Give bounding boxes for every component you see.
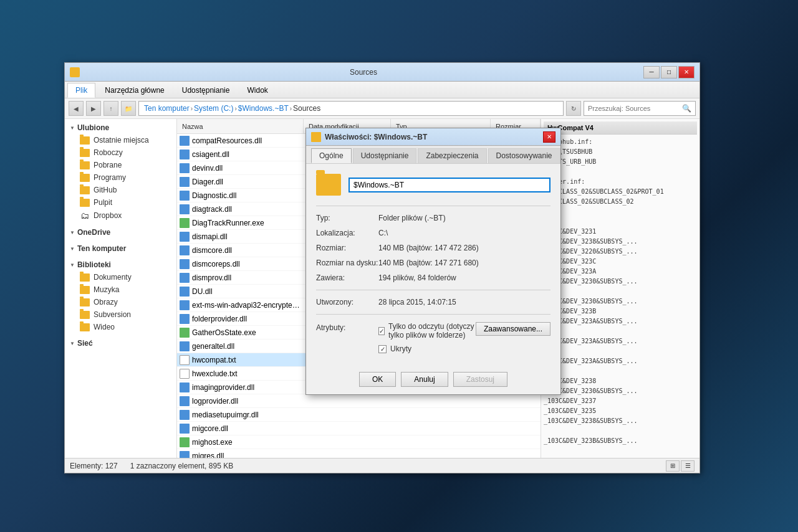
arrow-icon: ▼ (70, 262, 75, 268)
tab-narzedzia[interactable]: Narzędzia główne (97, 83, 172, 98)
file-name: dismcore.dll (177, 245, 304, 255)
folder-icon (80, 149, 90, 157)
maximize-button[interactable]: □ (661, 66, 677, 78)
forward-button[interactable]: ▶ (86, 101, 101, 116)
dialog-tab-zabezpieczenia[interactable]: Zabezpieczenia (418, 148, 486, 163)
dialog-location-label: Lokalizacja: (316, 229, 378, 237)
dialog-location-row: Lokalizacja: C:\ (316, 229, 550, 237)
sidebar-section-biblioteki[interactable]: ▼ Biblioteki (65, 259, 176, 271)
arrow-icon: ▼ (70, 230, 75, 235)
dialog-tab-udostepnianie[interactable]: Udostępnianie (353, 148, 417, 163)
breadcrumb-sources[interactable]: Sources (293, 104, 320, 113)
sidebar-komputer-label: Ten komputer (77, 244, 126, 253)
dialog-name-input[interactable] (349, 178, 550, 192)
arrow-icon: ▼ (70, 341, 75, 346)
attr-hidden-checkbox[interactable] (378, 345, 387, 353)
sidebar-item-programy[interactable]: Programy (65, 171, 176, 184)
sidebar-item-wideo[interactable]: Wideo (65, 321, 176, 333)
sidebar-section-komputer[interactable]: ▼ Ten komputer (65, 242, 176, 255)
sidebar-label-ostatnie: Ostatnie miejsca (94, 136, 149, 145)
tab-plik[interactable]: Plik (67, 83, 95, 98)
table-row[interactable]: migres.dll (177, 449, 541, 458)
attr-readonly-checkbox[interactable] (378, 327, 385, 335)
refresh-button[interactable]: ↻ (566, 101, 581, 116)
file-name: mighost.exe (177, 437, 304, 447)
address-bar: ◀ ▶ ↑ 📁 Ten komputer › System (C:) › $Wi… (65, 98, 699, 119)
attr-hidden-label: Ukryty (390, 344, 411, 353)
sidebar-item-muzyka[interactable]: Muzyka (65, 283, 176, 296)
dialog-contains-value: 194 plików, 84 folderów (378, 273, 456, 282)
breadcrumb-winbt[interactable]: $Windows.~BT (238, 104, 289, 113)
sidebar-item-dokumenty[interactable]: Dokumenty (65, 271, 176, 283)
col-name[interactable]: Nazwa (177, 119, 304, 133)
file-name: migres.dll (177, 451, 304, 458)
sidebar-label-roboczy: Roboczy (94, 148, 123, 157)
search-input[interactable] (588, 105, 680, 112)
sidebar-item-obrazy[interactable]: Obrazy (65, 296, 176, 308)
file-name: Diagnostic.dll (177, 191, 304, 201)
sidebar-section-ulubione[interactable]: ▼ Ulubione (65, 121, 176, 134)
dialog-type-label: Typ: (316, 214, 378, 222)
dialog-tabs: Ogólne Udostępnianie Zabezpieczenia Dost… (306, 146, 560, 164)
ok-button[interactable]: OK (359, 372, 396, 387)
dialog-tab-dostosowywanie[interactable]: Dostosowywanie (488, 148, 560, 163)
file-name: diagtrack.dll (177, 204, 304, 214)
table-row[interactable]: mighost.exe (177, 435, 541, 449)
back-button[interactable]: ◀ (69, 101, 84, 116)
tab-widok[interactable]: Widok (239, 83, 276, 98)
file-name: DiagTrackRunner.exe (177, 218, 304, 228)
ribbon: Plik Narzędzia główne Udostępnianie Wido… (65, 82, 699, 98)
divider-3 (316, 314, 550, 315)
up-button[interactable]: ↑ (103, 101, 118, 116)
status-items-count: Elementy: 127 (70, 462, 118, 470)
address-path[interactable]: Ten komputer › System (C:) › $Windows.~B… (138, 101, 564, 116)
table-row[interactable]: migcore.dll (177, 422, 541, 435)
location-button[interactable]: 📁 (121, 101, 136, 116)
table-row[interactable]: mediasetupuimgr.dll (177, 408, 541, 422)
dialog-attr-label: Atrybuty: (316, 322, 378, 332)
sidebar-item-subversion[interactable]: Subversion (65, 308, 176, 321)
folder-icon (80, 323, 90, 331)
tab-udostepnianie[interactable]: Udostępnianie (174, 83, 238, 98)
view-list-button[interactable]: ☰ (681, 460, 695, 472)
file-name: Diager.dll (177, 177, 304, 187)
file-name: generaltel.dll (177, 341, 304, 351)
dialog-size-label: Rozmiar: (316, 244, 378, 252)
advanced-button[interactable]: Zaawansowane... (476, 322, 550, 336)
minimize-button[interactable]: ─ (643, 66, 660, 78)
window-icon (70, 67, 80, 77)
properties-dialog: Właściwości: $Windows.~BT ✕ Ogólne Udost… (305, 128, 561, 395)
dialog-close-button[interactable]: ✕ (543, 131, 555, 143)
breadcrumb-computer[interactable]: Ten komputer (144, 104, 190, 113)
dialog-sizedisk-value: 140 MB (bajtów: 147 271 680) (378, 259, 479, 267)
close-button[interactable]: ✕ (678, 66, 695, 78)
sidebar-item-ostatnie[interactable]: Ostatnie miejsca (65, 134, 176, 146)
sidebar-section-siec[interactable]: ▼ Sieć (65, 337, 176, 349)
sidebar-label-programy: Programy (94, 173, 126, 182)
apply-button[interactable]: Zastosuj (453, 372, 507, 387)
dialog-tab-ogolne[interactable]: Ogólne (311, 148, 352, 163)
right-panel: HwCompat V4 tsusbhub.inf: ROOT\TSUSBHUB … (541, 119, 699, 458)
sidebar-item-dropbox[interactable]: 🗂 Dropbox (65, 209, 176, 222)
sidebar-item-pulpit[interactable]: Pulpit (65, 196, 176, 209)
table-row[interactable]: logprovider.dll (177, 394, 541, 408)
dialog-created-value: 28 lipca 2015, 14:07:15 (378, 298, 456, 306)
sidebar-section-onedrive[interactable]: ▼ OneDrive (65, 226, 176, 239)
divider-1 (316, 206, 550, 206)
dialog-attr-options: Tylko do odczytu (dotyczy tylko plików w… (378, 322, 476, 353)
sidebar-label-muzyka: Muzyka (94, 285, 119, 294)
sidebar-item-roboczy[interactable]: Roboczy (65, 146, 176, 159)
sidebar-label-obrazy: Obrazy (94, 298, 118, 306)
dialog-header (316, 174, 550, 196)
dialog-created-row: Utworzony: 28 lipca 2015, 14:07:15 (316, 298, 550, 306)
sidebar-item-github[interactable]: GitHub (65, 184, 176, 196)
sidebar-label-wideo: Wideo (94, 323, 115, 331)
file-name: csiagent.dll (177, 150, 304, 159)
view-tiles-button[interactable]: ⊞ (666, 460, 680, 472)
cancel-button[interactable]: Anuluj (401, 372, 448, 387)
file-name: DU.dll (177, 287, 304, 297)
sidebar-label-pulpit: Pulpit (94, 198, 112, 207)
sidebar-item-pobrane[interactable]: Pobrane (65, 159, 176, 171)
breadcrumb-drive[interactable]: System (C:) (194, 104, 233, 113)
folder-icon (80, 298, 90, 306)
